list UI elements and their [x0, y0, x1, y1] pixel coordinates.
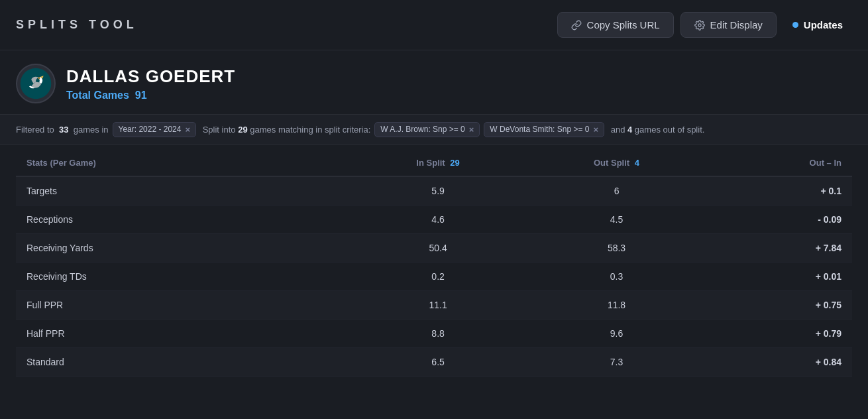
eagles-logo-icon: [19, 67, 52, 100]
table-row: Half PPR8.89.6+ 0.79: [16, 320, 852, 348]
criteria-2-label: W DeVonta Smith: Snp >= 0: [490, 125, 589, 134]
table-row: Standard6.57.3+ 0.84: [16, 348, 852, 377]
stat-name: Receiving TDs: [16, 263, 351, 291]
in-split-value: 8.8: [351, 320, 526, 348]
year-tag-label: Year: 2022 - 2024: [119, 125, 182, 134]
table-row: Targets5.96+ 0.1: [16, 176, 852, 206]
year-filter-tag[interactable]: Year: 2022 - 2024 ×: [113, 122, 197, 137]
out-split-value: 6: [525, 176, 707, 206]
stat-name: Half PPR: [16, 320, 351, 348]
player-name: DALLAS GOEDERT: [66, 66, 235, 87]
col-out-split: Out Split 4: [525, 150, 707, 176]
out-split-value: 4.5: [525, 206, 707, 234]
stat-name: Receiving Yards: [16, 234, 351, 263]
copy-splits-url-label: Copy Splits URL: [587, 19, 660, 30]
diff-value: + 7.84: [708, 234, 852, 263]
header-actions: Copy Splits URL Edit Display Updates: [557, 12, 852, 38]
team-logo: [16, 64, 56, 103]
copy-splits-url-button[interactable]: Copy Splits URL: [557, 12, 674, 38]
player-section: DALLAS GOEDERT Total Games 91: [0, 50, 868, 114]
svg-point-0: [698, 24, 701, 27]
edit-display-button[interactable]: Edit Display: [680, 12, 777, 38]
out-split-value: 9.6: [525, 320, 707, 348]
in-split-value: 5.9: [351, 176, 526, 206]
diff-value: + 0.75: [708, 291, 852, 320]
updates-button[interactable]: Updates: [783, 13, 852, 37]
table-row: Receiving Yards50.458.3+ 7.84: [16, 234, 852, 263]
in-split-num: 29: [450, 158, 459, 168]
table-row: Receptions4.64.5- 0.09: [16, 206, 852, 234]
out-of-split-text: and 4 games out of split.: [608, 125, 704, 135]
criteria-2-tag[interactable]: W DeVonta Smith: Snp >= 0 ×: [484, 122, 604, 137]
stat-name: Full PPR: [16, 291, 351, 320]
total-games-label: Total Games: [66, 90, 129, 101]
out-split-value: 58.3: [525, 234, 707, 263]
in-split-value: 11.1: [351, 291, 526, 320]
split-count: 29: [238, 125, 247, 135]
col-diff: Out – In: [708, 150, 852, 176]
out-split-num: 4: [635, 158, 639, 168]
diff-value: - 0.09: [708, 206, 852, 234]
out-split-value: 0.3: [525, 263, 707, 291]
diff-value: + 0.79: [708, 320, 852, 348]
criteria-1-label: W A.J. Brown: Snp >= 0: [380, 125, 464, 134]
updates-label: Updates: [804, 19, 843, 30]
stat-name: Receptions: [16, 206, 351, 234]
criteria-2-close[interactable]: ×: [593, 125, 598, 135]
header: SPLITS TOOL Copy Splits URL Edit Display…: [0, 0, 868, 50]
total-games-value: 91: [135, 90, 147, 101]
in-split-value: 6.5: [351, 348, 526, 377]
criteria-1-close[interactable]: ×: [469, 125, 474, 135]
year-tag-close[interactable]: ×: [185, 125, 190, 135]
updates-dot: [792, 22, 798, 28]
logo: SPLITS TOOL: [16, 18, 138, 32]
stat-name: Standard: [16, 348, 351, 377]
in-split-value: 50.4: [351, 234, 526, 263]
out-split-value: 11.8: [525, 291, 707, 320]
in-split-value: 4.6: [351, 206, 526, 234]
out-split-value: 7.3: [525, 348, 707, 377]
link-icon: [571, 20, 582, 30]
svg-point-4: [38, 78, 40, 79]
table-header-row: Stats (Per Game) In Split 29 Out Split 4…: [16, 150, 852, 176]
diff-value: + 0.01: [708, 263, 852, 291]
col-stat: Stats (Per Game): [16, 150, 351, 176]
stats-table: Stats (Per Game) In Split 29 Out Split 4…: [16, 150, 852, 377]
table-row: Receiving TDs0.20.3+ 0.01: [16, 263, 852, 291]
player-info: DALLAS GOEDERT Total Games 91: [66, 66, 235, 101]
in-split-value: 0.2: [351, 263, 526, 291]
player-games: Total Games 91: [66, 90, 235, 101]
stats-table-container: Stats (Per Game) In Split 29 Out Split 4…: [0, 150, 868, 377]
stat-name: Targets: [16, 176, 351, 206]
out-count: 4: [627, 125, 632, 135]
diff-value: + 0.1: [708, 176, 852, 206]
filter-count: 33: [59, 125, 68, 135]
diff-value: + 0.84: [708, 348, 852, 377]
col-in-split: In Split 29: [351, 150, 526, 176]
table-row: Full PPR11.111.8+ 0.75: [16, 291, 852, 320]
filter-prefix: Filtered to 33 games in: [16, 125, 109, 135]
gear-icon: [694, 20, 705, 30]
filter-bar: Filtered to 33 games in Year: 2022 - 202…: [0, 114, 868, 145]
split-into-text: Split into 29 games matching in split cr…: [200, 125, 370, 135]
criteria-1-tag[interactable]: W A.J. Brown: Snp >= 0 ×: [374, 122, 480, 137]
edit-display-label: Edit Display: [710, 19, 763, 30]
